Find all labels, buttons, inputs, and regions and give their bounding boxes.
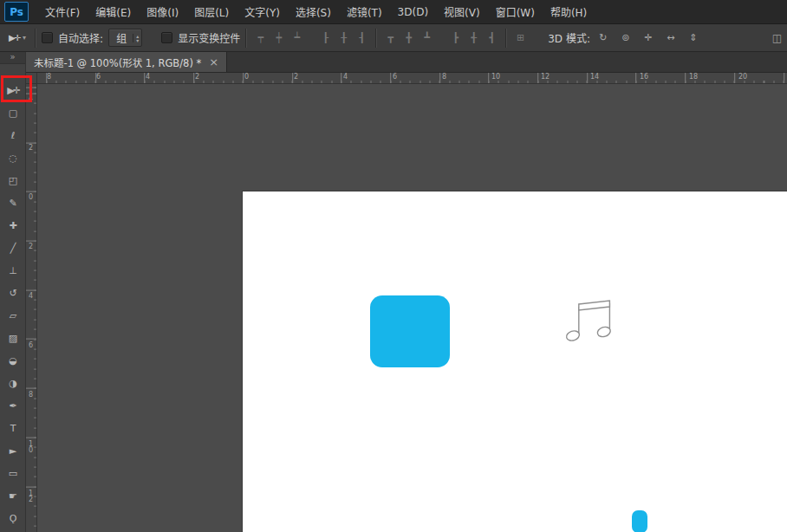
distribute-horizontal-centers-button[interactable]: ╉ xyxy=(465,30,482,46)
hand-tool-button[interactable]: ☛ xyxy=(2,485,24,506)
menu-image[interactable]: 图像(I) xyxy=(139,0,186,23)
separator xyxy=(505,29,507,48)
auto-align-layers-button[interactable]: ⊞ xyxy=(512,30,529,46)
eyedropper-tool-button[interactable]: ✎ xyxy=(2,192,24,213)
3d-scale-button[interactable]: ⇕ xyxy=(686,30,701,46)
align-vertical-centers-button[interactable]: ┿ xyxy=(270,30,287,46)
tool-preset-picker[interactable]: ▶✛ ▾ xyxy=(5,33,29,42)
brush-icon: ╱ xyxy=(10,243,16,254)
document-tab-bar: 未标题-1 @ 100%(形状 1, RGB/8) * × xyxy=(26,52,787,73)
history-brush-tool-button[interactable]: ↺ xyxy=(2,282,24,303)
spot-healing-brush-tool-button[interactable]: ✚ xyxy=(2,215,24,236)
lasso-tool-button[interactable]: ℓ xyxy=(2,125,24,146)
hand-icon: ☛ xyxy=(9,490,17,502)
pen-icon: ✒ xyxy=(9,400,16,412)
vertical-ruler[interactable]: 4 2 0 2 4 6 8 10 12 xyxy=(26,84,37,532)
partial-rounded-rectangle-shape xyxy=(632,510,647,532)
chevron-down-icon: ▾ xyxy=(23,34,26,42)
healing-brush-icon: ✚ xyxy=(9,220,16,231)
ruler-label: 4 xyxy=(146,73,150,81)
distribute-horizontal-group: ┣ ╉ ┫ xyxy=(447,30,500,46)
ruler-label: 6 xyxy=(96,73,101,81)
align-horizontal-group: ┠ ╂ ┨ xyxy=(317,30,370,46)
menu-help[interactable]: 帮助(H) xyxy=(543,0,595,23)
3d-drag-button[interactable]: ✛ xyxy=(641,30,656,46)
canvas-document[interactable] xyxy=(243,191,787,532)
ruler-label: 10 xyxy=(27,440,35,452)
menu-layer[interactable]: 图层(L) xyxy=(186,0,237,23)
music-note-shape xyxy=(562,298,624,347)
gradient-icon: ▨ xyxy=(9,333,17,344)
ruler-label: 20 xyxy=(738,73,747,81)
lasso-icon: ℓ xyxy=(11,130,16,141)
menu-3d[interactable]: 3D(D) xyxy=(390,0,436,23)
3d-slide-button[interactable]: ↔ xyxy=(663,30,679,46)
align-horizontal-centers-button[interactable]: ╂ xyxy=(335,30,352,46)
rectangle-shape-tool-button[interactable]: ▭ xyxy=(2,463,24,483)
panel-toggle-icon[interactable]: ◫ xyxy=(772,32,782,44)
distribute-right-edges-button[interactable]: ┫ xyxy=(484,30,500,46)
3d-roll-button[interactable]: ⊚ xyxy=(618,30,634,46)
eraser-tool-button[interactable]: ▱ xyxy=(2,305,24,326)
pen-tool-button[interactable]: ✒ xyxy=(2,395,24,416)
dodge-tool-button[interactable]: ◑ xyxy=(2,373,24,393)
ruler-label: 0 xyxy=(244,73,249,81)
menu-edit[interactable]: 编辑(E) xyxy=(88,0,139,23)
ruler-ticks xyxy=(26,81,787,84)
show-transform-controls-checkbox[interactable] xyxy=(161,32,172,43)
align-top-edges-icon: ┯ xyxy=(257,32,263,43)
quick-selection-tool-button[interactable]: ◌ xyxy=(2,147,24,168)
blur-icon: ◒ xyxy=(9,355,17,367)
distribute-vertical-centers-icon: ╋ xyxy=(406,32,412,43)
clone-stamp-tool-button[interactable]: ⊥ xyxy=(2,260,24,281)
menu-window[interactable]: 窗口(W) xyxy=(488,0,543,23)
align-left-edges-button[interactable]: ┠ xyxy=(317,30,334,46)
collapse-panel-icon[interactable]: » xyxy=(0,52,25,64)
crop-icon: ◰ xyxy=(9,175,17,186)
move-tool-button[interactable]: ▶✛ xyxy=(2,80,24,101)
distribute-left-edges-button[interactable]: ┣ xyxy=(447,30,464,46)
clone-stamp-icon: ⊥ xyxy=(9,265,17,276)
auto-select-target-dropdown[interactable]: 组 ▴ ▾ xyxy=(108,29,142,47)
3d-rotate-button[interactable]: ↻ xyxy=(595,30,611,46)
distribute-bottom-edges-button[interactable]: ┻ xyxy=(419,30,435,46)
separator xyxy=(35,29,36,48)
horizontal-ruler[interactable]: 8 6 4 2 0 2 4 6 8 10 12 14 16 18 20 xyxy=(26,73,787,84)
distribute-right-edges-icon: ┫ xyxy=(489,32,495,43)
distribute-bottom-edges-icon: ┻ xyxy=(424,32,430,43)
align-horizontal-centers-icon: ╂ xyxy=(341,32,347,43)
align-right-edges-button[interactable]: ┨ xyxy=(354,30,370,46)
menu-file[interactable]: 文件(F) xyxy=(37,0,88,23)
canvas-viewport[interactable] xyxy=(37,84,787,532)
align-bottom-edges-button[interactable]: ┷ xyxy=(289,30,305,46)
path-selection-tool-button[interactable]: ► xyxy=(2,440,24,461)
auto-select-checkbox[interactable] xyxy=(42,32,53,43)
align-top-edges-button[interactable]: ┯ xyxy=(252,30,269,46)
distribute-vertical-centers-button[interactable]: ╋ xyxy=(400,30,417,46)
menu-view[interactable]: 视图(V) xyxy=(436,0,488,23)
type-tool-button[interactable]: T xyxy=(2,418,24,438)
align-vertical-group: ┯ ┿ ┷ xyxy=(252,30,305,46)
ruler-label: 12 xyxy=(541,73,550,81)
ruler-label: 6 xyxy=(393,73,397,81)
dodge-icon: ◑ xyxy=(9,378,17,389)
blur-tool-button[interactable]: ◒ xyxy=(2,350,24,371)
auto-select-target-value: 组 xyxy=(116,30,127,45)
ruler-label: 10 xyxy=(491,73,500,81)
rectangular-marquee-tool-button[interactable]: ▢ xyxy=(2,102,24,123)
distribute-top-edges-button[interactable]: ┳ xyxy=(382,30,399,46)
distribute-top-edges-icon: ┳ xyxy=(387,32,394,43)
menu-type[interactable]: 文字(Y) xyxy=(237,0,288,23)
ruler-label: 4 xyxy=(27,292,35,298)
separator xyxy=(375,29,377,48)
gradient-tool-button[interactable]: ▨ xyxy=(2,328,24,348)
brush-tool-button[interactable]: ╱ xyxy=(2,237,24,258)
3d-scale-icon: ⇕ xyxy=(689,32,697,43)
crop-tool-button[interactable]: ◰ xyxy=(2,170,24,191)
menu-filter[interactable]: 滤镜(T) xyxy=(339,0,390,23)
close-icon[interactable]: × xyxy=(209,55,218,68)
ruler-label: 16 xyxy=(640,73,648,81)
menu-select[interactable]: 选择(S) xyxy=(288,0,339,23)
document-tab[interactable]: 未标题-1 @ 100%(形状 1, RGB/8) * × xyxy=(26,52,227,72)
zoom-tool-button[interactable]: Ǫ xyxy=(2,508,24,529)
